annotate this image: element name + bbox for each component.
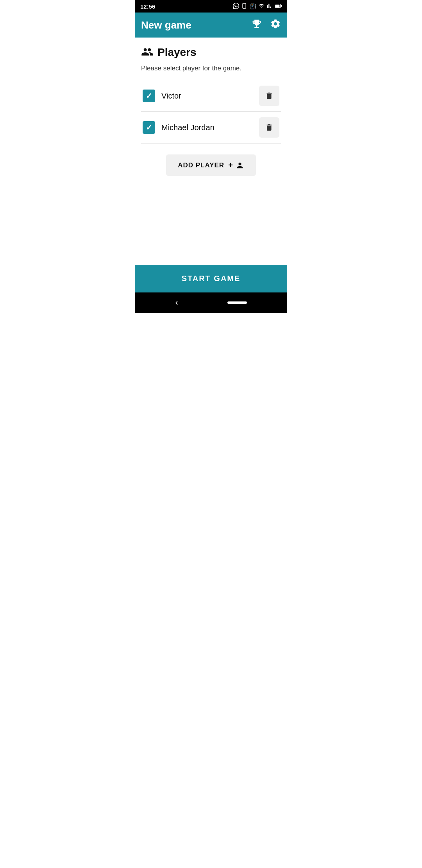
- player-left: ✓ Michael Jordan: [143, 121, 215, 134]
- players-icon: [141, 45, 154, 59]
- app-bar-title: New game: [141, 19, 191, 31]
- add-player-container: ADD PLAYER +: [141, 154, 281, 176]
- add-person-icon: +: [228, 161, 244, 170]
- status-time: 12:56: [140, 3, 155, 10]
- signal-icon: [267, 3, 272, 10]
- whatsapp-icon: [233, 3, 239, 10]
- back-button[interactable]: ‹: [175, 298, 178, 308]
- player-left: ✓ Victor: [143, 90, 181, 102]
- app-bar-actions: [251, 18, 281, 32]
- section-title: Players: [157, 46, 197, 59]
- content-spacer: [135, 221, 287, 265]
- check-icon: ✓: [146, 123, 152, 132]
- home-indicator[interactable]: [227, 301, 247, 304]
- section-header: Players: [141, 45, 281, 59]
- player-checkbox-victor[interactable]: ✓: [143, 90, 155, 102]
- svg-rect-4: [275, 4, 279, 7]
- player-name-victor: Victor: [161, 91, 181, 100]
- section-description: Please select player for the game.: [141, 65, 281, 72]
- nav-bar: ‹: [135, 292, 287, 313]
- player-name-michael: Michael Jordan: [161, 123, 215, 132]
- player-list: ✓ Victor ✓ Michael Jordan: [141, 80, 281, 143]
- check-icon: ✓: [146, 91, 152, 100]
- add-player-label: ADD PLAYER: [178, 161, 224, 169]
- delete-player-michael[interactable]: [259, 117, 279, 138]
- main-content: Players Please select player for the gam…: [135, 38, 287, 221]
- battery-icon: [275, 4, 282, 9]
- vibrate-icon: 📳: [249, 3, 256, 9]
- status-icons: 📳: [233, 3, 282, 10]
- app-bar: New game: [135, 13, 287, 38]
- player-item: ✓ Michael Jordan: [141, 112, 281, 143]
- start-game-button[interactable]: START GAME: [135, 265, 287, 292]
- player-checkbox-michael[interactable]: ✓: [143, 121, 155, 134]
- wifi-icon: [258, 3, 265, 10]
- delete-player-victor[interactable]: [259, 86, 279, 106]
- phone-icon: [241, 3, 247, 10]
- gear-icon[interactable]: [270, 18, 281, 32]
- svg-rect-3: [281, 5, 282, 7]
- status-bar: 12:56 📳: [135, 0, 287, 13]
- add-player-button[interactable]: ADD PLAYER +: [166, 154, 256, 176]
- svg-rect-0: [243, 3, 246, 8]
- trophy-icon[interactable]: [251, 18, 262, 32]
- player-item: ✓ Victor: [141, 80, 281, 112]
